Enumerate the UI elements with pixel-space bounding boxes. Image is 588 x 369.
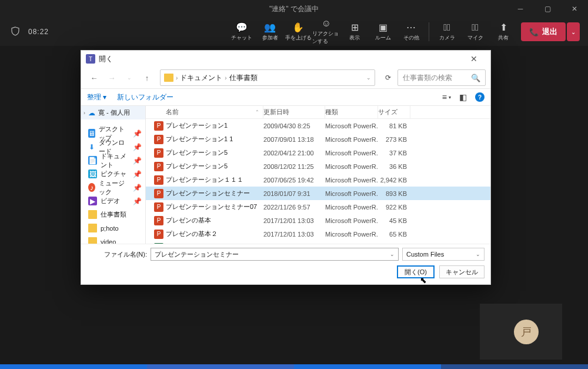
filename-input[interactable]: プレゼンテーションセミナー⌄ (151, 248, 399, 261)
people-icon: 👥 (264, 22, 276, 33)
toolbar-people[interactable]: 👥参加者 (256, 18, 284, 45)
ppt-icon: P (154, 175, 163, 185)
file-row[interactable]: Pプレゼンテーション52008/12/02 11:25Microsoft Pow… (146, 159, 490, 173)
phone-icon: 📞 (529, 28, 539, 36)
fold-icon (88, 210, 97, 219)
video-icon: ▶ (88, 197, 97, 205)
maximize-button[interactable]: ▢ (534, 0, 561, 18)
breadcrumb-0[interactable]: ドキュメント (180, 73, 222, 83)
ppt-icon: P (154, 135, 163, 144)
col-type[interactable]: 種類 (325, 106, 378, 118)
nav-tree: › ☁ 寛 - 個人用 🖥デスクトップ📌⬇ダウンロード📌📄ドキュメント📌🖼ピクチ… (81, 106, 146, 244)
leave-options-button[interactable]: ⌄ (567, 22, 580, 41)
toolbar-camera[interactable]: 📷⃠カメラ (433, 18, 461, 45)
file-row[interactable]: Pプレゼンテーションセミナー2018/01/07 9:31Microsoft P… (146, 187, 490, 200)
organize-menu[interactable]: 整理 ▾ (87, 92, 106, 102)
col-date[interactable]: 更新日時 (263, 106, 325, 118)
onedrive-icon: ☁ (88, 109, 96, 117)
col-name[interactable]: 名前⌃ (146, 106, 263, 118)
leave-button[interactable]: 📞 退出 (521, 22, 566, 41)
refresh-button[interactable]: ⟳ (380, 69, 396, 86)
teams-icon: T (86, 54, 95, 64)
pin-icon: 📌 (133, 184, 142, 192)
music-icon: ♪ (88, 183, 95, 192)
file-row[interactable]: Pプレゼンの基本２2017/12/01 13:03Microsoft Power… (146, 227, 490, 241)
breadcrumb-1[interactable]: 仕事書類 (229, 73, 258, 83)
share-icon: ⬆ (500, 22, 507, 33)
pic-icon: 🖼 (88, 169, 97, 178)
file-filter-select[interactable]: Custom Files⌄ (402, 248, 485, 261)
pin-icon: 📌 (133, 170, 142, 178)
toolbar-chat[interactable]: 💬チャット (228, 18, 256, 45)
ppt-icon: P (154, 202, 163, 212)
tree-item[interactable]: 📄ドキュメント📌 (81, 154, 145, 167)
window-titlebar: "連絡" で会議中 ─ ▢ ✕ (0, 0, 588, 18)
toolbar-react[interactable]: ☺リアクションする (312, 18, 340, 45)
fold-icon (88, 237, 97, 244)
new-folder-button[interactable]: 新しいフォルダー (117, 92, 173, 102)
pin-icon: 📌 (133, 197, 142, 205)
file-row[interactable]: Pプレゼンテーション１１１2007/06/25 19:42Microsoft P… (146, 173, 490, 187)
ppt-icon: P (154, 162, 163, 171)
doc-icon: 📄 (88, 156, 97, 165)
close-button[interactable]: ✕ (561, 0, 588, 18)
column-headers: 名前⌃ 更新日時 種類 サイズ (146, 106, 490, 119)
toolbar-rooms[interactable]: ▣ルーム (369, 18, 397, 45)
file-row[interactable]: Pプレゼンテーション1 12007/09/01 13:18Microsoft P… (146, 132, 490, 146)
file-row[interactable]: Pプレゼンテーションセミナー072022/11/26 9:57Microsoft… (146, 200, 490, 214)
cancel-button[interactable]: キャンセル (439, 265, 485, 278)
back-button[interactable]: ← (86, 69, 102, 86)
ppt-icon: P (154, 189, 163, 198)
toolbar-mic[interactable]: 🎤⃠マイク (461, 18, 489, 45)
file-row[interactable]: Xフローチャート2007/03/04 13:16Microsoft Excel … (146, 241, 490, 244)
pin-icon: 📌 (133, 143, 142, 151)
minimize-button[interactable]: ─ (507, 0, 534, 18)
tree-item[interactable]: ♪ミュージック📌 (81, 181, 145, 194)
desktop-icon: 🖥 (88, 129, 95, 138)
file-open-dialog: T 開く ✕ ← → ⌄ ↑ › ドキュメント › 仕事書類 ⌄ ⟳ 仕事書類の… (81, 50, 491, 285)
svg-text:T: T (89, 56, 92, 62)
open-button[interactable]: 開く(O) (397, 265, 435, 278)
meeting-toolbar: 08:22 💬チャット👥参加者✋手を上げる☺リアクションする⊞表示▣ルーム⋯その… (0, 18, 588, 46)
pin-icon: 📌 (133, 129, 142, 138)
search-input[interactable]: 仕事書類の検索 🔍 (397, 69, 486, 86)
dialog-title: 開く (99, 54, 113, 64)
folder-icon (164, 74, 173, 82)
recent-button[interactable]: ⌄ (121, 69, 138, 86)
meeting-timer: 08:22 (28, 28, 49, 36)
ppt-icon: P (154, 216, 163, 225)
forward-button[interactable]: → (103, 69, 120, 86)
tree-item[interactable]: video (81, 235, 145, 244)
toolbar-raise-hand[interactable]: ✋手を上げる (284, 18, 312, 45)
camera-icon: 📷⃠ (443, 22, 450, 33)
ppt-icon: P (154, 148, 163, 158)
tree-item[interactable]: ▶ビデオ📌 (81, 194, 145, 208)
tree-item[interactable]: p;hoto (81, 221, 145, 235)
window-title: "連絡" で会議中 (269, 4, 319, 14)
tree-item-onedrive[interactable]: › ☁ 寛 - 個人用 (81, 106, 145, 119)
col-size[interactable]: サイズ (378, 106, 410, 118)
dialog-close-button[interactable]: ✕ (462, 52, 486, 65)
file-row[interactable]: Pプレゼンテーション12009/04/30 8:25Microsoft Powe… (146, 119, 490, 132)
toolbar-more[interactable]: ⋯その他 (397, 18, 425, 45)
shield-icon (8, 26, 22, 38)
more-icon: ⋯ (406, 22, 416, 33)
file-row[interactable]: Pプレゼンの基本2017/12/01 13:03Microsoft PowerR… (146, 214, 490, 227)
toolbar-view[interactable]: ⊞表示 (340, 18, 369, 45)
view-options-button[interactable]: ≡ ▾ (442, 92, 451, 102)
preview-pane-button[interactable]: ◧ (459, 92, 467, 102)
toolbar-share[interactable]: ⬆共有 (489, 18, 517, 45)
xls-icon: X (154, 243, 163, 244)
pin-icon: 📌 (133, 157, 142, 165)
tree-item[interactable]: 仕事書類 (81, 208, 145, 221)
up-button[interactable]: ↑ (139, 69, 155, 86)
react-icon: ☺ (322, 18, 331, 29)
windows-taskbar (0, 364, 588, 369)
help-button[interactable]: ? (475, 92, 485, 102)
file-row[interactable]: Pプレゼンテーション52002/04/12 21:00Microsoft Pow… (146, 146, 490, 159)
search-icon: 🔍 (471, 74, 480, 82)
fold-icon (88, 224, 97, 232)
address-bar[interactable]: › ドキュメント › 仕事書類 ⌄ (160, 69, 375, 86)
ppt-icon: P (154, 230, 163, 239)
avatar: 戸 (514, 320, 539, 344)
